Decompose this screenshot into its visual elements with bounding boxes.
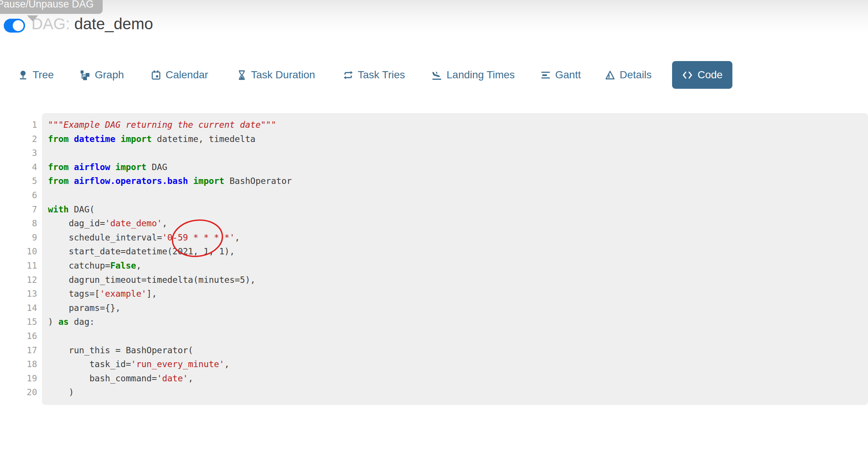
pause-unpause-toggle[interactable] bbox=[4, 19, 25, 33]
code-panel: """Example DAG returning the current dat… bbox=[42, 113, 868, 405]
tab-code[interactable]: Code bbox=[672, 61, 732, 89]
tab-task-duration[interactable]: Task Duration bbox=[237, 61, 315, 89]
tab-label: Code bbox=[698, 69, 723, 81]
line-numbers: 1234567891011121314151617181920 bbox=[0, 113, 42, 405]
tab-tree[interactable]: Tree bbox=[18, 61, 54, 89]
page-title: DAG: date_demo bbox=[31, 15, 153, 33]
tab-calendar[interactable]: Calendar bbox=[151, 61, 208, 89]
details-icon bbox=[605, 70, 615, 80]
tab-label: Tree bbox=[33, 69, 54, 81]
calendar-icon bbox=[151, 70, 161, 80]
code-view: 1234567891011121314151617181920 """Examp… bbox=[0, 113, 868, 405]
tab-label: Task Duration bbox=[251, 69, 315, 81]
tab-label: Gantt bbox=[555, 69, 581, 81]
hourglass-icon bbox=[237, 70, 247, 80]
toggle-knob bbox=[13, 20, 24, 31]
tab-label: Landing Times bbox=[447, 69, 515, 81]
code-brackets-icon bbox=[682, 70, 693, 80]
tab-task-tries[interactable]: Task Tries bbox=[343, 61, 405, 89]
gantt-bars-icon bbox=[541, 70, 551, 80]
repeat-icon bbox=[343, 70, 353, 80]
dag-code-page: Pause/Unpause DAG DAG: date_demo Tree Gr… bbox=[0, 0, 868, 460]
tab-label: Calendar bbox=[166, 69, 208, 81]
tab-label: Graph bbox=[95, 69, 124, 81]
tab-details[interactable]: Details bbox=[605, 61, 652, 89]
tab-label: Task Tries bbox=[358, 69, 405, 81]
tab-landing-times[interactable]: Landing Times bbox=[432, 61, 515, 89]
pause-tooltip: Pause/Unpause DAG bbox=[0, 0, 103, 14]
tree-icon bbox=[18, 70, 28, 80]
tab-graph[interactable]: Graph bbox=[80, 61, 124, 89]
tab-gantt[interactable]: Gantt bbox=[541, 61, 581, 89]
tooltip-arrow bbox=[27, 15, 38, 21]
plane-landing-icon bbox=[432, 70, 442, 80]
dag-name: date_demo bbox=[74, 15, 153, 33]
tab-label: Details bbox=[620, 69, 652, 81]
graph-icon bbox=[80, 70, 90, 80]
